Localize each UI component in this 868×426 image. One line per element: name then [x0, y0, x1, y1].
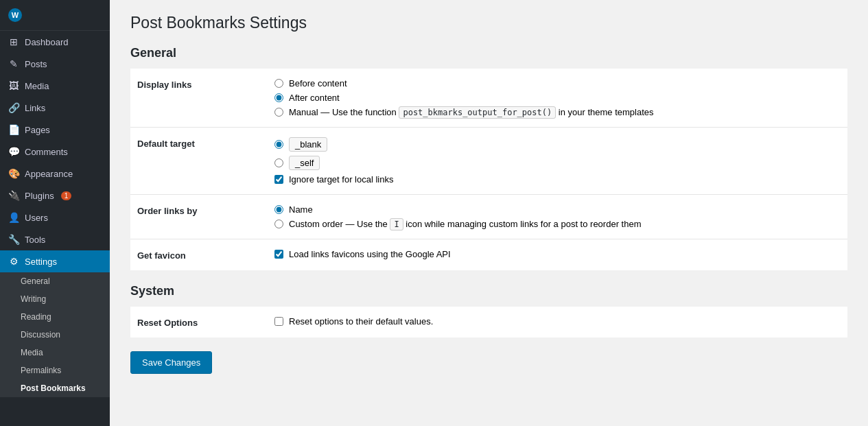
submenu-permalinks[interactable]: Permalinks	[0, 362, 110, 379]
display-links-options: Before content After content Manual — Us…	[268, 69, 847, 128]
sidebar-item-plugins[interactable]: 🔌 Plugins 1	[0, 185, 110, 206]
sidebar-item-links[interactable]: 🔗 Links	[0, 97, 110, 119]
self-target-radio[interactable]	[274, 158, 283, 167]
order-links-row: Order links by Name Custom order — Use t…	[130, 195, 847, 239]
order-links-label: Order links by	[130, 195, 268, 239]
self-label: _self	[289, 156, 320, 170]
submenu-general[interactable]: General	[0, 272, 110, 290]
sidebar-item-settings[interactable]: ⚙ Settings	[0, 250, 110, 272]
sidebar-item-label: Posts	[25, 59, 47, 69]
sidebar-item-posts[interactable]: ✎ Posts	[0, 53, 110, 75]
before-content-option: Before content	[274, 78, 841, 88]
links-icon: 🔗	[8, 102, 19, 113]
sidebar-item-label: Links	[25, 103, 45, 113]
blank-target-option: _blank	[274, 137, 841, 152]
sidebar-item-label: Dashboard	[25, 37, 69, 47]
submenu-post-bookmarks[interactable]: Post Bookmarks	[0, 379, 110, 397]
media-icon: 🖼	[8, 80, 19, 91]
system-settings-table: Reset Options Reset options to their def…	[130, 307, 847, 338]
sidebar-item-label: Comments	[25, 147, 68, 157]
section-general-title: General	[130, 46, 847, 60]
manual-code: post_bkmarks_output_for_post()	[399, 106, 556, 119]
plugins-icon: 🔌	[8, 190, 19, 201]
sidebar-item-pages[interactable]: 📄 Pages	[0, 119, 110, 141]
sidebar-item-dashboard[interactable]: ⊞ Dashboard	[0, 31, 110, 53]
custom-order-option: Custom order — Use the I icon while mana…	[274, 219, 841, 229]
display-links-row: Display links Before content After conte…	[130, 69, 847, 128]
after-content-option: After content	[274, 93, 841, 103]
reset-options-checkbox[interactable]	[274, 317, 283, 326]
manual-content-option: Manual — Use the function post_bkmarks_o…	[274, 107, 841, 117]
get-favicon-options: Load links favicons using the Google API	[268, 239, 847, 271]
ignore-target-label: Ignore target for local links	[289, 174, 393, 185]
submenu-media[interactable]: Media	[0, 344, 110, 362]
get-favicon-label: Get favicon	[130, 239, 268, 271]
blank-target-radio[interactable]	[274, 140, 283, 149]
ignore-target-checkbox[interactable]	[274, 175, 283, 184]
main-content: Post Bookmarks Settings General Display …	[110, 0, 868, 426]
get-favicon-checkbox[interactable]	[274, 250, 283, 259]
appearance-icon: 🎨	[8, 168, 19, 179]
dashboard-icon: ⊞	[8, 36, 19, 47]
before-content-radio[interactable]	[274, 79, 283, 88]
ignore-target-option: Ignore target for local links	[274, 174, 841, 185]
custom-order-label: Custom order — Use the I icon while mana…	[289, 219, 641, 229]
submenu-discussion[interactable]: Discussion	[0, 326, 110, 344]
name-order-option: Name	[274, 204, 841, 215]
sidebar-item-appearance[interactable]: 🎨 Appearance	[0, 163, 110, 185]
default-target-row: Default target _blank _self Ignore ta	[130, 128, 847, 195]
reset-options-row: Reset Options Reset options to their def…	[130, 307, 847, 338]
self-target-option: _self	[274, 156, 841, 170]
custom-order-radio[interactable]	[274, 220, 283, 228]
after-content-radio[interactable]	[274, 93, 283, 102]
sidebar-item-tools[interactable]: 🔧 Tools	[0, 228, 110, 250]
custom-order-code: I	[390, 218, 403, 230]
sidebar-item-label: Media	[25, 81, 49, 91]
sidebar-item-users[interactable]: 👤 Users	[0, 206, 110, 228]
reset-option: Reset options to their default values.	[274, 316, 841, 327]
posts-icon: ✎	[8, 58, 19, 69]
manual-content-radio[interactable]	[274, 108, 283, 117]
get-favicon-checkbox-label: Load links favicons using the Google API	[289, 249, 451, 259]
tools-icon: 🔧	[8, 234, 19, 245]
sidebar-item-label: Plugins	[25, 191, 54, 201]
default-target-options: _blank _self Ignore target for local lin…	[268, 128, 847, 195]
sidebar-item-comments[interactable]: 💬 Comments	[0, 141, 110, 163]
reset-options-label: Reset Options	[130, 307, 268, 338]
comments-icon: 💬	[8, 146, 19, 157]
sidebar-logo: W	[0, 0, 110, 31]
section-system-title: System	[130, 284, 847, 298]
favicon-option: Load links favicons using the Google API	[274, 249, 841, 259]
name-order-label: Name	[289, 204, 313, 215]
sidebar-item-label: Users	[25, 213, 48, 223]
name-order-radio[interactable]	[274, 205, 283, 214]
wp-logo-icon: W	[8, 8, 22, 22]
get-favicon-row: Get favicon Load links favicons using th…	[130, 239, 847, 271]
pages-icon: 📄	[8, 124, 19, 135]
reset-options-cell: Reset options to their default values.	[268, 307, 847, 338]
display-links-label: Display links	[130, 69, 268, 128]
users-icon: 👤	[8, 212, 19, 223]
sidebar-item-label: Settings	[25, 257, 57, 267]
after-content-label: After content	[289, 93, 340, 103]
settings-submenu: General Writing Reading Discussion Media…	[0, 272, 110, 397]
sidebar-item-media[interactable]: 🖼 Media	[0, 75, 110, 97]
sidebar: W ⊞ Dashboard ✎ Posts 🖼 Media 🔗 Links 📄 …	[0, 0, 110, 426]
general-settings-table: Display links Before content After conte…	[130, 69, 847, 270]
sidebar-item-label: Pages	[25, 125, 50, 135]
sidebar-item-label: Tools	[25, 235, 45, 245]
blank-label: _blank	[289, 137, 327, 152]
manual-content-label: Manual — Use the function post_bkmarks_o…	[289, 107, 654, 117]
page-title: Post Bookmarks Settings	[130, 14, 847, 32]
default-target-label: Default target	[130, 128, 268, 195]
reset-options-checkbox-label: Reset options to their default values.	[289, 316, 433, 327]
before-content-label: Before content	[289, 78, 347, 88]
sidebar-item-label: Appearance	[25, 169, 73, 179]
save-changes-button[interactable]: Save Changes	[130, 351, 212, 374]
order-links-options: Name Custom order — Use the I icon while…	[268, 195, 847, 239]
submenu-reading[interactable]: Reading	[0, 308, 110, 326]
settings-icon: ⚙	[8, 256, 19, 267]
submenu-writing[interactable]: Writing	[0, 290, 110, 308]
plugins-badge: 1	[61, 191, 72, 200]
